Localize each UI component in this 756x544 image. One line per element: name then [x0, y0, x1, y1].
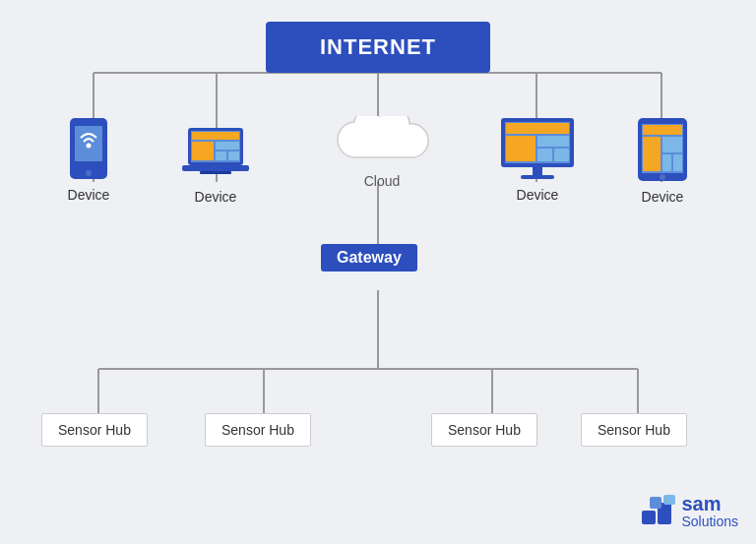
svg-rect-29	[200, 171, 231, 174]
cloud-icon	[333, 116, 431, 171]
diagram: INTERNET Cloud Device	[0, 0, 756, 544]
logo-sam-text: sam	[681, 493, 738, 514]
tablet-icon	[636, 116, 689, 183]
sensor-hub-1: Sensor Hub	[41, 413, 148, 447]
svg-rect-23	[192, 132, 239, 140]
svg-rect-33	[506, 136, 536, 161]
device-label-2: Device	[195, 189, 237, 205]
svg-point-46	[660, 174, 665, 180]
sensor-hub-label-3: Sensor Hub	[431, 413, 537, 447]
cloud-label: Cloud	[364, 173, 401, 189]
laptop-icon	[180, 126, 251, 183]
svg-rect-37	[533, 167, 542, 175]
device-label-1: Device	[68, 187, 110, 203]
cloud-node: Cloud	[328, 116, 436, 187]
svg-rect-34	[537, 136, 569, 147]
logo-icon	[640, 493, 677, 530]
svg-rect-38	[521, 175, 554, 179]
svg-rect-27	[228, 151, 239, 160]
svg-rect-41	[643, 125, 682, 135]
svg-rect-44	[662, 154, 671, 171]
device-label-3: Device	[517, 187, 559, 203]
sensor-hub-label-1: Sensor Hub	[41, 413, 148, 447]
sensor-hub-4: Sensor Hub	[581, 413, 687, 447]
svg-rect-49	[650, 497, 662, 509]
svg-rect-45	[673, 154, 682, 171]
sensor-hub-3: Sensor Hub	[431, 413, 537, 447]
phone-icon	[67, 116, 110, 181]
svg-rect-28	[182, 165, 249, 171]
device-node-1: Device	[67, 116, 110, 203]
svg-point-19	[87, 144, 92, 149]
device-node-2: Device	[180, 126, 251, 205]
sensor-hub-2: Sensor Hub	[205, 413, 311, 447]
sensor-hub-label-4: Sensor Hub	[581, 413, 687, 447]
device-node-4: Device	[636, 116, 689, 205]
logo-text: sam Solutions	[681, 493, 738, 529]
svg-rect-36	[554, 149, 569, 161]
svg-rect-43	[662, 137, 682, 152]
svg-rect-32	[506, 123, 569, 134]
svg-rect-26	[216, 151, 226, 160]
svg-rect-42	[643, 137, 661, 171]
svg-rect-25	[216, 142, 239, 150]
svg-rect-50	[663, 495, 675, 505]
gateway-label: Gateway	[321, 244, 417, 272]
logo-solutions-text: Solutions	[681, 514, 738, 529]
svg-rect-35	[537, 149, 552, 161]
sensor-hub-label-2: Sensor Hub	[205, 413, 311, 447]
svg-rect-24	[192, 142, 214, 160]
svg-rect-47	[642, 511, 656, 524]
device-node-3: Device	[499, 116, 576, 203]
monitor-icon	[499, 116, 576, 181]
internet-node: INTERNET	[266, 22, 490, 73]
connector-lines	[0, 0, 756, 544]
svg-point-20	[86, 170, 92, 176]
device-label-4: Device	[642, 189, 684, 205]
logo: sam Solutions	[640, 493, 738, 530]
gateway-node: Gateway	[321, 244, 417, 272]
